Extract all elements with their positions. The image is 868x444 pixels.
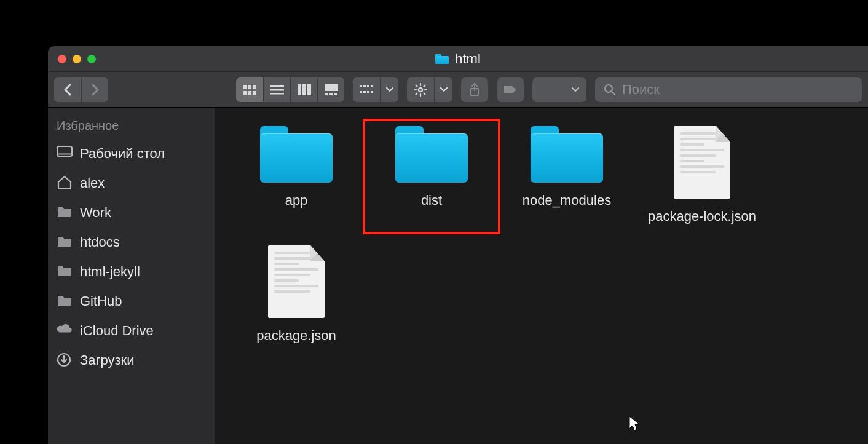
- list-view-button[interactable]: [263, 77, 290, 102]
- svg-rect-18: [367, 85, 369, 87]
- search-icon: [604, 84, 616, 96]
- icon-view-button[interactable]: [236, 77, 263, 102]
- folder-icon: [531, 126, 603, 183]
- svg-rect-14: [329, 93, 333, 95]
- folder-icon: [57, 234, 73, 250]
- gallery-view-button[interactable]: [317, 77, 344, 102]
- toolbar: [48, 72, 868, 108]
- list-view-icon: [270, 85, 284, 95]
- forward-button[interactable]: [81, 77, 108, 102]
- svg-rect-11: [307, 84, 311, 95]
- svg-rect-10: [302, 84, 306, 95]
- sidebar-item-github[interactable]: GitHub: [48, 287, 215, 316]
- folder-icon: [395, 126, 468, 183]
- search-field[interactable]: [595, 77, 862, 102]
- file-item-label: app: [285, 192, 308, 208]
- download-icon: [57, 352, 73, 368]
- view-mode-buttons: [236, 77, 344, 102]
- chevron-down-icon: [440, 87, 448, 92]
- cursor-icon: [628, 415, 641, 432]
- sidebar-item-html-jekyll[interactable]: html-jekyll: [48, 257, 215, 287]
- sidebar: Избранное Рабочий столalexWorkhtdocshtml…: [48, 108, 215, 444]
- minimize-window-button[interactable]: [73, 55, 81, 63]
- svg-rect-23: [371, 91, 373, 93]
- folder-icon: [57, 293, 73, 309]
- search-input[interactable]: [622, 82, 853, 98]
- svg-rect-21: [363, 91, 366, 93]
- svg-rect-0: [243, 85, 247, 89]
- file-item-dist[interactable]: dist: [364, 120, 499, 233]
- sidebar-item-icloud-drive[interactable]: iCloud Drive: [48, 316, 215, 346]
- window-body: Избранное Рабочий столalexWorkhtdocshtml…: [48, 108, 868, 444]
- file-item-package-lock-json[interactable]: package-lock.json: [634, 120, 770, 233]
- svg-rect-19: [371, 85, 373, 87]
- file-item-label: dist: [421, 192, 442, 208]
- svg-rect-22: [367, 91, 369, 93]
- titlebar: html: [48, 46, 868, 72]
- folder-icon: [435, 54, 449, 64]
- window-title-text: html: [455, 51, 481, 67]
- column-view-button[interactable]: [290, 77, 317, 102]
- sidebar-item-label: Work: [80, 205, 111, 221]
- sidebar-item-label: htdocs: [80, 234, 120, 250]
- content-area[interactable]: appdistnode_modulespackage-lock.jsonpack…: [215, 108, 868, 444]
- svg-rect-13: [325, 93, 328, 95]
- sidebar-item-label: Загрузки: [80, 352, 135, 368]
- file-item-label: package.json: [256, 328, 336, 344]
- svg-point-24: [419, 87, 422, 91]
- folder-icon: [260, 126, 333, 183]
- sidebar-item-загрузки[interactable]: Загрузки: [48, 346, 215, 375]
- gear-icon: [414, 83, 427, 97]
- chevron-right-icon: [91, 84, 100, 96]
- sidebar-item-htdocs[interactable]: htdocs: [48, 228, 215, 257]
- tags-button[interactable]: [497, 77, 524, 102]
- cloud-icon: [57, 323, 73, 339]
- svg-rect-7: [270, 89, 284, 91]
- sidebar-item-label: html-jekyll: [80, 264, 140, 280]
- folder-icon: [57, 264, 73, 280]
- desktop-icon: [57, 146, 73, 162]
- column-view-icon: [298, 84, 311, 95]
- file-item-package-json[interactable]: package.json: [229, 239, 364, 352]
- svg-rect-8: [270, 93, 284, 95]
- nav-buttons: [54, 77, 108, 102]
- close-window-button[interactable]: [58, 55, 66, 63]
- svg-rect-15: [334, 93, 337, 95]
- sidebar-section-header: Избранное: [48, 116, 215, 139]
- back-button[interactable]: [54, 77, 81, 102]
- sidebar-item-work[interactable]: Work: [48, 198, 215, 228]
- svg-rect-4: [248, 91, 251, 95]
- chevron-left-icon: [63, 84, 72, 96]
- group-by-button-group: [353, 77, 398, 102]
- svg-rect-17: [363, 85, 366, 87]
- action-dropdown[interactable]: [434, 77, 452, 102]
- group-by-dropdown[interactable]: [380, 77, 398, 102]
- gallery-view-icon: [325, 84, 338, 95]
- sidebar-item-рабочий-стол[interactable]: Рабочий стол: [48, 139, 215, 168]
- svg-rect-2: [253, 85, 256, 89]
- svg-rect-28: [58, 153, 71, 155]
- sidebar-item-label: Рабочий стол: [80, 146, 165, 162]
- svg-rect-16: [360, 85, 362, 87]
- file-icon: [674, 126, 730, 199]
- sidebar-item-label: GitHub: [80, 293, 122, 309]
- file-icon: [268, 245, 325, 318]
- sidebar-item-alex[interactable]: alex: [48, 168, 215, 198]
- folder-icon: [57, 205, 73, 221]
- chevron-down-icon: [386, 87, 393, 92]
- icon-view-icon: [243, 85, 256, 95]
- group-by-button[interactable]: [353, 77, 380, 102]
- sidebar-item-label: alex: [80, 175, 105, 191]
- file-item-app[interactable]: app: [229, 120, 364, 233]
- window-controls: [48, 55, 96, 63]
- share-button[interactable]: [461, 77, 488, 102]
- svg-rect-9: [298, 84, 301, 95]
- zoom-window-button[interactable]: [87, 55, 96, 63]
- svg-rect-1: [248, 85, 251, 89]
- path-dropdown[interactable]: [532, 77, 586, 102]
- action-button[interactable]: [407, 77, 434, 102]
- file-item-node-modules[interactable]: node_modules: [499, 120, 634, 233]
- home-icon: [57, 175, 73, 191]
- svg-rect-5: [253, 91, 256, 95]
- file-item-label: package-lock.json: [648, 208, 756, 224]
